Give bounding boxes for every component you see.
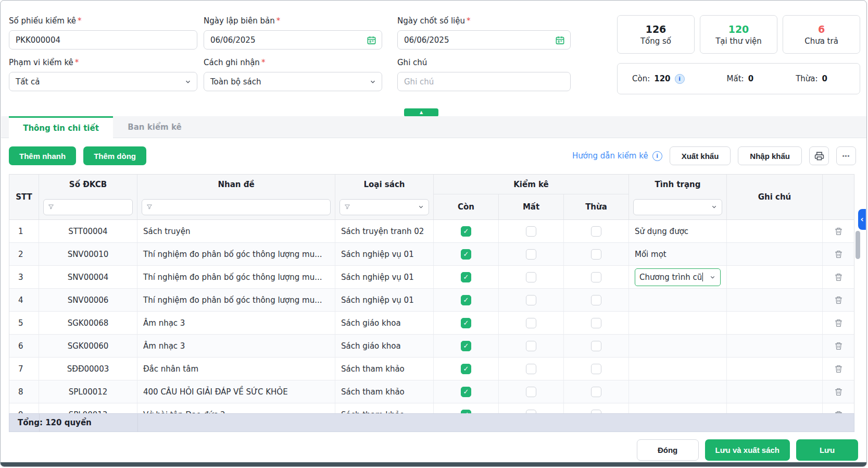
- row-status-cell[interactable]: [629, 380, 727, 403]
- row-code-cell[interactable]: SPL00013: [39, 403, 137, 414]
- status-combobox[interactable]: Chương trình cũ: [635, 268, 721, 286]
- save-button[interactable]: Lưu: [796, 439, 858, 461]
- trash-icon[interactable]: [834, 341, 843, 351]
- row-code-cell[interactable]: SĐĐ00003: [39, 358, 137, 380]
- trash-icon[interactable]: [834, 250, 843, 259]
- row-status-cell[interactable]: [629, 403, 727, 414]
- checkbox-thua[interactable]: [591, 272, 601, 282]
- trash-icon[interactable]: [834, 364, 843, 374]
- row-type-cell[interactable]: Sách nghiệp vụ 01: [335, 289, 434, 311]
- status-filter-select[interactable]: [633, 199, 722, 215]
- cach-ghi-nhan-select[interactable]: Toàn bộ sách: [204, 72, 382, 91]
- ngay-chot-input[interactable]: [404, 35, 564, 45]
- row-title-cell[interactable]: Thí nghiệm đo phân bố góc thông lượng mu…: [137, 243, 335, 265]
- checkbox-thua[interactable]: [591, 226, 601, 237]
- checkbox-con[interactable]: [461, 364, 471, 374]
- checkbox-thua[interactable]: [591, 387, 601, 397]
- checkbox-mat[interactable]: [526, 226, 536, 237]
- row-type-cell[interactable]: Sách truyện tranh 02: [335, 220, 434, 242]
- checkbox-mat[interactable]: [526, 387, 536, 397]
- checkbox-con[interactable]: [461, 341, 471, 351]
- row-code-cell[interactable]: SGK00068: [39, 312, 137, 334]
- row-title-cell[interactable]: Đắc nhân tâm: [137, 358, 335, 380]
- row-status-cell[interactable]: Chương trình cũ Chương trình cũ: [629, 266, 727, 288]
- print-button[interactable]: [809, 146, 829, 165]
- checkbox-con[interactable]: [461, 387, 471, 397]
- ngay-lap-input[interactable]: [210, 35, 375, 45]
- row-type-cell[interactable]: Sách nghiệp vụ 01: [335, 243, 434, 265]
- row-code-cell[interactable]: SPL00012: [39, 380, 137, 403]
- info-icon[interactable]: i: [675, 74, 685, 84]
- code-filter-input[interactable]: [43, 199, 133, 215]
- row-code-cell[interactable]: SNV00006: [39, 289, 137, 311]
- row-note-cell[interactable]: [727, 380, 823, 403]
- trash-icon[interactable]: [834, 227, 843, 236]
- row-title-cell[interactable]: Vở bài tập Đạo đức 2: [137, 403, 335, 414]
- trash-icon[interactable]: [834, 387, 843, 397]
- close-button[interactable]: Đóng: [637, 439, 699, 461]
- checkbox-con[interactable]: [461, 226, 471, 237]
- row-type-cell[interactable]: Sách tham khảo: [335, 403, 434, 414]
- checkbox-con[interactable]: [461, 249, 471, 260]
- checkbox-thua[interactable]: [591, 295, 601, 305]
- checkbox-con[interactable]: [461, 295, 471, 305]
- trash-icon[interactable]: [834, 295, 843, 305]
- checkbox-mat[interactable]: [526, 318, 536, 328]
- pham-vi-select[interactable]: Tất cả: [9, 72, 197, 91]
- checkbox-mat[interactable]: [526, 272, 536, 282]
- checkbox-thua[interactable]: [591, 364, 601, 374]
- checkbox-mat[interactable]: [526, 295, 536, 305]
- inventory-guide-link[interactable]: Hướng dẫn kiểm kê i: [572, 151, 662, 161]
- row-title-cell[interactable]: Thí nghiệm đo phân bố góc thông lượng mu…: [137, 266, 335, 288]
- checkbox-mat[interactable]: [526, 341, 536, 351]
- row-note-cell[interactable]: [727, 403, 823, 414]
- calendar-icon[interactable]: [367, 35, 376, 45]
- row-type-cell[interactable]: Sách tham khảo: [335, 358, 434, 380]
- row-type-cell[interactable]: Sách nghiệp vụ 01: [335, 266, 434, 288]
- checkbox-thua[interactable]: [591, 249, 601, 260]
- row-type-cell[interactable]: Sách giáo khoa: [335, 335, 434, 357]
- row-code-cell[interactable]: SNV00010: [39, 243, 137, 265]
- row-title-cell[interactable]: Thí nghiệm đo phân bố góc thông lượng mu…: [137, 289, 335, 311]
- row-note-cell[interactable]: [727, 243, 823, 265]
- row-status-cell[interactable]: [629, 289, 727, 311]
- row-type-cell[interactable]: Sách tham khảo: [335, 380, 434, 403]
- so-phieu-input[interactable]: [16, 35, 191, 45]
- row-status-cell[interactable]: Sử dụng được Sử dụng được: [629, 220, 727, 242]
- more-actions-button[interactable]: •••: [836, 146, 856, 165]
- checkbox-mat[interactable]: [526, 249, 536, 260]
- row-status-cell[interactable]: [629, 358, 727, 380]
- row-code-cell[interactable]: SGK00060: [39, 335, 137, 357]
- trash-icon[interactable]: [834, 273, 843, 282]
- checkbox-thua[interactable]: [591, 318, 601, 328]
- row-note-cell[interactable]: [727, 289, 823, 311]
- checkbox-thua[interactable]: [591, 341, 601, 351]
- checkbox-mat[interactable]: [526, 364, 536, 374]
- row-title-cell[interactable]: Âm nhạc 3: [137, 312, 335, 334]
- import-button[interactable]: Nhập khẩu: [738, 146, 802, 165]
- checkbox-con[interactable]: [461, 272, 471, 282]
- row-note-cell[interactable]: [727, 266, 823, 288]
- collapse-panel-button[interactable]: ▲: [404, 108, 438, 117]
- row-title-cell[interactable]: Âm nhạc 3: [137, 335, 335, 357]
- table-scrollbar[interactable]: [856, 219, 860, 412]
- add-row-button[interactable]: Thêm dòng: [83, 146, 146, 165]
- tab-ban-kiem-ke[interactable]: Ban kiểm kê: [113, 116, 196, 138]
- row-status-cell[interactable]: [629, 312, 727, 334]
- calendar-icon[interactable]: [555, 35, 565, 45]
- row-note-cell[interactable]: [727, 220, 823, 242]
- row-code-cell[interactable]: SNV00004: [39, 266, 137, 288]
- save-and-export-button[interactable]: Lưu và xuất sách: [705, 439, 790, 461]
- ghi-chu-input[interactable]: [404, 77, 564, 87]
- row-note-cell[interactable]: [727, 335, 823, 357]
- row-code-cell[interactable]: STT00004: [39, 220, 137, 242]
- export-button[interactable]: Xuất khẩu: [670, 146, 731, 165]
- quick-add-button[interactable]: Thêm nhanh: [9, 146, 76, 165]
- checkbox-con[interactable]: [461, 318, 471, 328]
- row-title-cell[interactable]: Sách truyện: [137, 220, 335, 242]
- row-status-cell[interactable]: Mối mọt Mối mọt: [629, 243, 727, 265]
- collapse-side-panel-button[interactable]: ‹: [858, 209, 866, 230]
- type-filter-select[interactable]: [339, 199, 429, 215]
- row-note-cell[interactable]: [727, 358, 823, 380]
- row-type-cell[interactable]: Sách giáo khoa: [335, 312, 434, 334]
